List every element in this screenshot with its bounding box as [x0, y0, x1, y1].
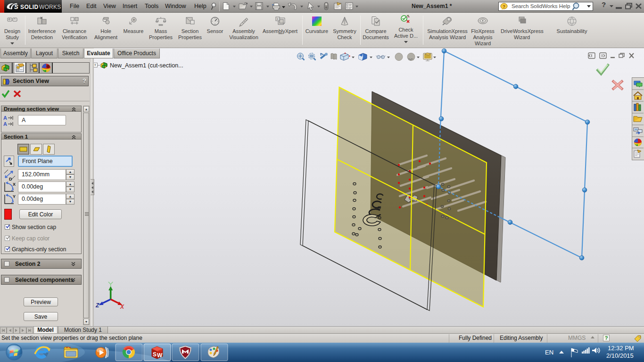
- svg-text:2/10/2015: 2/10/2015: [606, 352, 634, 359]
- svg-text:Z: Z: [95, 302, 99, 309]
- svg-text:X: X: [13, 182, 16, 187]
- svg-text:S: S: [153, 351, 157, 358]
- svg-text:12:32 PM: 12:32 PM: [608, 345, 634, 352]
- svg-text:Y: Y: [13, 194, 16, 199]
- svg-text:A: A: [3, 115, 7, 121]
- svg-text:A: A: [3, 121, 7, 127]
- svg-text:?: ?: [503, 4, 505, 9]
- svg-text:EN: EN: [545, 349, 553, 356]
- svg-text:+: +: [277, 17, 279, 21]
- svg-text:W: W: [157, 352, 163, 359]
- svg-text:S: S: [14, 3, 18, 10]
- svg-text:WORKS: WORKS: [39, 4, 61, 10]
- svg-text:D: D: [9, 177, 12, 181]
- svg-text:SOLID: SOLID: [20, 4, 39, 10]
- svg-text:X: X: [120, 304, 124, 310]
